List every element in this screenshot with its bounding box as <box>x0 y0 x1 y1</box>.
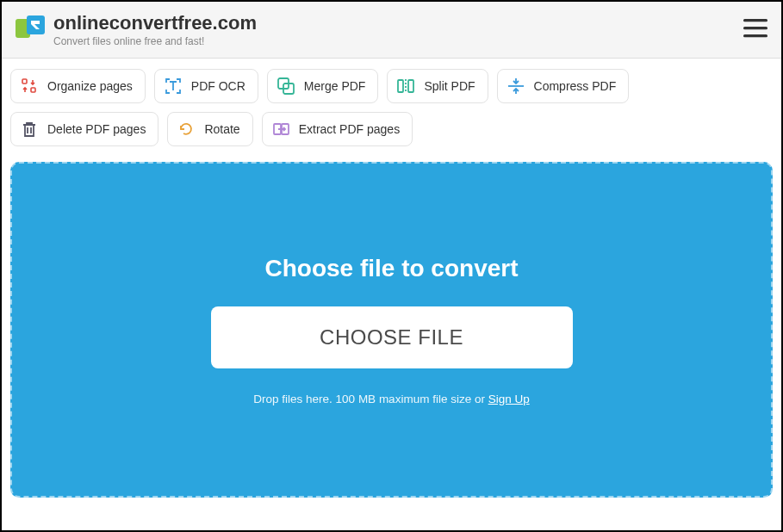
brand[interactable]: onlineconvertfree.com Convert files onli… <box>16 12 257 47</box>
merge-icon <box>277 77 295 96</box>
extract-pdf-pages-button[interactable]: Extract PDF pages <box>262 112 413 146</box>
compress-icon <box>506 77 525 96</box>
organize-pages-button[interactable]: Organize pages <box>10 69 146 103</box>
brand-logo-icon <box>16 14 45 46</box>
tool-label: Compress PDF <box>534 79 617 93</box>
rotate-icon <box>177 120 196 139</box>
rotate-button[interactable]: Rotate <box>167 112 252 146</box>
merge-pdf-button[interactable]: Merge PDF <box>267 69 379 103</box>
extract-icon <box>271 120 290 139</box>
header-bar: onlineconvertfree.com Convert files onli… <box>2 2 781 59</box>
tool-label: Delete PDF pages <box>47 122 146 136</box>
pdf-tools-toolbar: Organize pages PDF OCR Merge PDF <box>2 59 781 153</box>
tool-label: Merge PDF <box>304 79 366 93</box>
svg-rect-2 <box>743 19 767 22</box>
compress-pdf-button[interactable]: Compress PDF <box>497 69 630 103</box>
brand-tagline: Convert files online free and fast! <box>53 35 257 47</box>
split-icon <box>396 77 415 96</box>
svg-rect-5 <box>22 79 27 84</box>
delete-pdf-pages-button[interactable]: Delete PDF pages <box>10 112 158 146</box>
tool-label: Rotate <box>204 122 239 136</box>
svg-rect-6 <box>31 88 35 92</box>
signup-link[interactable]: Sign Up <box>488 393 530 405</box>
svg-rect-4 <box>743 34 767 37</box>
svg-rect-1 <box>27 15 45 34</box>
svg-rect-3 <box>743 27 767 29</box>
pdf-ocr-button[interactable]: PDF OCR <box>154 69 258 103</box>
tool-label: Split PDF <box>424 79 475 93</box>
tool-label: PDF OCR <box>191 79 245 93</box>
organize-icon <box>20 77 39 96</box>
ocr-icon <box>164 77 183 96</box>
split-pdf-button[interactable]: Split PDF <box>387 69 488 103</box>
svg-rect-9 <box>398 80 403 92</box>
choose-file-button[interactable]: CHOOSE FILE <box>211 306 573 368</box>
dropzone-title: Choose file to convert <box>264 255 518 282</box>
file-dropzone[interactable]: Choose file to convert CHOOSE FILE Drop … <box>10 162 773 498</box>
brand-title: onlineconvertfree.com <box>53 12 257 34</box>
dropzone-hint-text: Drop files here. 100 MB maximum file siz… <box>253 393 488 405</box>
tool-label: Organize pages <box>47 79 133 93</box>
menu-icon[interactable] <box>743 19 767 41</box>
svg-rect-10 <box>408 80 413 92</box>
trash-icon <box>20 120 39 139</box>
tool-label: Extract PDF pages <box>299 122 401 136</box>
dropzone-hint: Drop files here. 100 MB maximum file siz… <box>253 393 529 405</box>
